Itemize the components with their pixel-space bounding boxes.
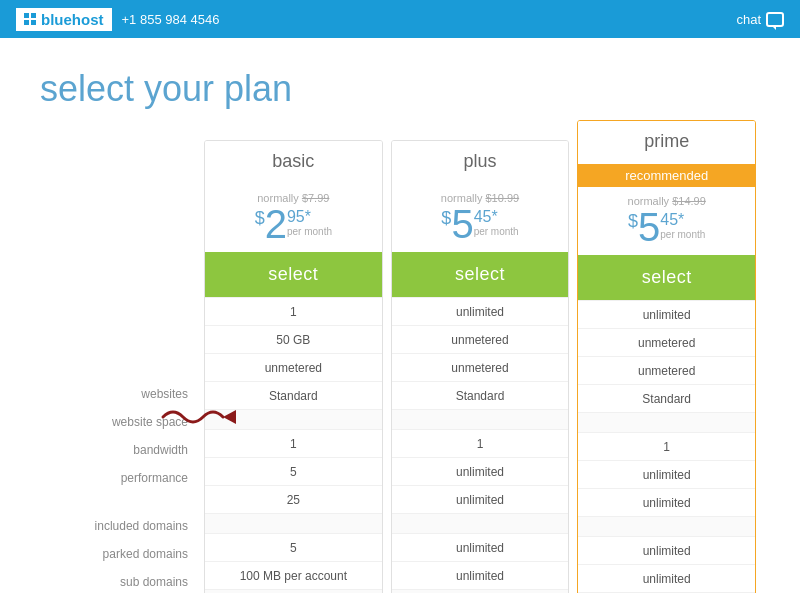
- prime-per: per month: [660, 229, 705, 240]
- basic-normally: normally $7.99: [210, 192, 377, 204]
- chat-icon: [766, 12, 784, 27]
- logo-box[interactable]: bluehost: [16, 8, 112, 31]
- plus-email-storage: unlimited: [392, 561, 569, 589]
- basic-bandwidth: unmetered: [205, 353, 382, 381]
- basic-select-button[interactable]: select: [205, 252, 382, 297]
- plus-asterisk: *: [491, 208, 497, 225]
- plus-price-main: $ 5 45* per month: [397, 204, 564, 244]
- plus-spacer3: [392, 589, 569, 593]
- prime-select-button[interactable]: select: [578, 255, 755, 300]
- basic-email-accounts: 5: [205, 533, 382, 561]
- plans-container: websites website space bandwidth perform…: [40, 140, 760, 593]
- basic-spacer3: [205, 589, 382, 593]
- plus-spacer2: [392, 513, 569, 533]
- basic-normally-price: $7.99: [302, 192, 330, 204]
- plus-cents-val: 45: [474, 208, 492, 225]
- header-left: bluehost +1 855 984 4546: [16, 8, 219, 31]
- plus-per: per month: [474, 226, 519, 237]
- prime-email-storage: unlimited: [578, 564, 755, 592]
- prime-price-value: 5: [638, 207, 660, 247]
- basic-website-space: 50 GB: [205, 325, 382, 353]
- plus-email-accounts: unlimited: [392, 533, 569, 561]
- phone-number: +1 855 984 4546: [122, 12, 220, 27]
- basic-cents-val: 95: [287, 208, 305, 225]
- prime-included-domains: 1: [578, 432, 755, 460]
- prime-email-accounts: unlimited: [578, 536, 755, 564]
- basic-per: per month: [287, 226, 332, 237]
- prime-cents-val: 45: [660, 211, 678, 228]
- prime-performance: Standard: [578, 384, 755, 412]
- basic-price-value: 2: [265, 204, 287, 244]
- page-content: select your plan websites website space …: [0, 38, 800, 593]
- basic-price-main: $ 2 95* per month: [210, 204, 377, 244]
- plan-basic: basic normally $7.99 $ 2 95* per month: [204, 140, 383, 593]
- prime-spacer2: [578, 516, 755, 536]
- label-included-domains: included domains: [40, 512, 200, 540]
- feature-labels-column: websites website space bandwidth perform…: [40, 140, 200, 593]
- plus-cents: 45*: [474, 208, 498, 226]
- plus-dollar: $: [441, 208, 451, 229]
- prime-dollar: $: [628, 211, 638, 232]
- basic-asterisk: *: [305, 208, 311, 225]
- plus-bandwidth: unmetered: [392, 353, 569, 381]
- plus-parked-domains: unlimited: [392, 457, 569, 485]
- plus-included-domains: 1: [392, 429, 569, 457]
- logo-grid-icon: [24, 13, 36, 25]
- prime-spacer1: [578, 412, 755, 432]
- basic-plan-name: basic: [210, 151, 377, 172]
- prime-plan-name: prime: [583, 131, 750, 152]
- header: bluehost +1 855 984 4546 chat: [0, 0, 800, 38]
- prime-bandwidth: unmetered: [578, 356, 755, 384]
- plan-plus: plus normally $10.99 $ 5 45* per month: [391, 140, 570, 593]
- page-title: select your plan: [40, 68, 760, 110]
- plus-price-area: normally $10.99 $ 5 45* per month: [392, 184, 569, 252]
- label-sub-domains: sub domains: [40, 568, 200, 593]
- basic-cents-period: 95* per month: [287, 208, 332, 237]
- plus-sub-domains: unlimited: [392, 485, 569, 513]
- chat-label: chat: [736, 12, 761, 27]
- basic-email-storage: 100 MB per account: [205, 561, 382, 589]
- prime-price-main: $ 5 45* per month: [583, 207, 750, 247]
- prime-cents: 45*: [660, 211, 684, 229]
- basic-dollar: $: [255, 208, 265, 229]
- prime-website-space: unmetered: [578, 328, 755, 356]
- prime-normally: normally $14.99: [583, 195, 750, 207]
- plus-normally-price: $10.99: [485, 192, 519, 204]
- plus-performance: Standard: [392, 381, 569, 409]
- basic-sub-domains: 25: [205, 485, 382, 513]
- basic-included-domains: 1: [205, 429, 382, 457]
- prime-asterisk: *: [678, 211, 684, 228]
- prime-parked-domains: unlimited: [578, 460, 755, 488]
- label-performance: performance: [40, 464, 200, 492]
- prime-sub-domains: unlimited: [578, 488, 755, 516]
- plus-website-space: unmetered: [392, 325, 569, 353]
- plus-websites: unlimited: [392, 297, 569, 325]
- basic-websites: 1: [205, 297, 382, 325]
- prime-price-area: normally $14.99 $ 5 45* per month: [578, 187, 755, 255]
- prime-header: prime: [578, 121, 755, 164]
- logo-text: bluehost: [41, 11, 104, 28]
- plus-price-value: 5: [451, 204, 473, 244]
- arrow-decoration: [158, 402, 248, 432]
- plan-prime: prime recommended normally $14.99 $ 5 45…: [577, 120, 756, 593]
- plus-select-button[interactable]: select: [392, 252, 569, 297]
- plus-plan-name: plus: [397, 151, 564, 172]
- basic-header: basic: [205, 141, 382, 184]
- label-parked-domains: parked domains: [40, 540, 200, 568]
- basic-spacer2: [205, 513, 382, 533]
- svg-marker-0: [223, 410, 236, 424]
- basic-cents: 95*: [287, 208, 311, 226]
- plus-spacer1: [392, 409, 569, 429]
- recommended-badge: recommended: [578, 164, 755, 187]
- label-bandwidth: bandwidth: [40, 436, 200, 464]
- prime-normally-price: $14.99: [672, 195, 706, 207]
- basic-parked-domains: 5: [205, 457, 382, 485]
- select-arrow-icon: [158, 402, 248, 432]
- basic-price-area: normally $7.99 $ 2 95* per month: [205, 184, 382, 252]
- chat-button[interactable]: chat: [736, 12, 784, 27]
- plus-cents-period: 45* per month: [474, 208, 519, 237]
- label-spacer1: [40, 492, 200, 512]
- plus-header: plus: [392, 141, 569, 184]
- plus-normally: normally $10.99: [397, 192, 564, 204]
- prime-websites: unlimited: [578, 300, 755, 328]
